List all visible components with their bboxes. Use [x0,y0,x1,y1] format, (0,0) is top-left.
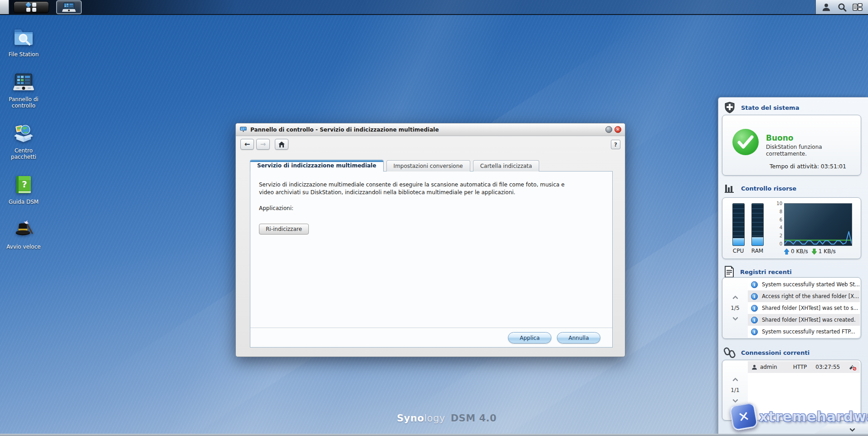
brand-version: DSM 4.0 [451,413,497,424]
home-icon [278,142,285,147]
network-chart-svg [785,204,852,245]
pager-down-button[interactable] [732,315,738,321]
desktop-icon-file-station[interactable]: File Station [5,26,43,58]
network-chart-y-ticks: 108 64 20 [771,201,782,246]
window-control-panel-icon [239,126,247,133]
window-title: Pannello di controllo - Servizio di indi… [250,127,439,133]
desktop-icon-label: Guida DSM [5,199,43,205]
section-title: Connessioni correnti [741,349,809,356]
upload-arrow-icon [784,249,789,255]
cancel-button[interactable]: Annulla [557,332,600,343]
pager-down-button[interactable] [732,397,738,403]
main-menu-icon [26,2,37,12]
log-row[interactable]: iSystem successfully restarted FTP... [748,326,860,338]
connection-user: admin [760,364,777,370]
cpu-gauge-fill [733,238,744,245]
service-description: Servizio di indicizzazione multimediale … [259,181,579,196]
desktop-icon-label: Centro pacchetti [5,147,43,160]
recent-logs-header: Registri recenti [724,265,792,278]
log-text: System successfully restarted FTP... [762,328,855,335]
recent-logs-panel: 1/5 iSystem successfully started Web St.… [722,277,861,339]
connections-pager: 1/1 [722,360,748,420]
disconnect-icon[interactable] [848,364,856,371]
chevron-down-icon [849,426,855,432]
document-icon [724,266,735,278]
info-icon: i [751,281,758,288]
cpu-label: CPU [731,248,745,254]
tab-conversion-settings[interactable]: Impostazioni conversione [386,160,470,171]
log-text: Shared folder [XHTest] was created. [762,317,856,323]
tab-content-panel: Servizio di indicizzazione multimediale … [250,171,613,348]
connections-list: admin HTTP 03:27:55 [748,361,860,419]
user-icon [751,364,757,370]
pager-up-button[interactable] [732,377,738,383]
connection-time: 03:27:55 [815,364,848,370]
search-icon [838,3,847,12]
desktop-icon-column: File Station Pannello di controllo [5,26,43,264]
connection-row[interactable]: admin HTTP 03:27:55 [748,361,860,373]
brand-text-light: logy [424,413,445,424]
close-button[interactable]: ✕ [614,126,621,133]
pager-count: 1/1 [731,387,739,393]
reindex-button[interactable]: Ri-indicizzare [259,224,309,235]
ram-gauge [751,203,764,246]
pager-up-button[interactable] [732,295,738,301]
tab-strip: Servizio di indicizzazione multimediale … [250,160,539,171]
window-titlebar[interactable]: Pannello di controllo - Servizio di indi… [236,123,625,136]
network-rate-labels: 0 KB/s 1 KB/s [784,248,836,255]
cpu-gauge [732,203,745,246]
desktop-icon-dsm-help[interactable]: ? Guida DSM [5,174,43,205]
tab-indexed-folder[interactable]: Cartella indicizzata [473,160,539,171]
control-panel-icon [62,2,76,13]
status-description: DiskStation funziona correttamente. [766,144,855,157]
log-row[interactable]: iShared folder [XHTest] was set to s... [748,302,860,314]
desktop-icon-control-panel[interactable]: Pannello di controllo [5,71,43,109]
bar-chart-icon [724,182,736,194]
apply-button[interactable]: Applica [508,332,551,343]
desktop-icon-label: Pannello di controllo [5,96,43,109]
tab-media-indexing-service[interactable]: Servizio di indicizzazione multimediale [250,160,384,171]
package-center-icon [13,122,34,144]
desktop-icon-quick-start[interactable]: Avvio veloce [5,219,43,250]
bottom-edge [0,434,868,436]
log-row[interactable]: iAccess right of the shared folder [X... [748,290,860,302]
help-button[interactable]: ? [611,140,620,149]
brand-text-bold: Syno [397,413,424,424]
log-row[interactable]: iShared folder [XHTest] was created. [748,314,860,326]
chain-link-icon [724,347,736,358]
desktop-icon-label: Avvio veloce [5,244,43,250]
search-button[interactable] [837,2,848,13]
section-title: Stato del sistema [741,104,799,111]
info-icon: i [751,305,758,312]
log-row[interactable]: iSystem successfully started Web St... [748,279,860,290]
minimize-button[interactable] [605,126,612,133]
system-status-header: Stato del sistema [724,101,799,114]
home-button[interactable] [275,139,288,150]
system-status-panel: Buono DiskStation funziona correttamente… [722,115,861,176]
main-menu-button[interactable] [14,1,49,13]
info-icon: i [751,328,758,335]
download-rate: 1 KB/s [819,248,836,255]
control-panel-icon [13,71,34,93]
pilot-view-button[interactable] [852,2,863,13]
file-station-icon [13,26,34,48]
taskbar [0,0,868,15]
log-text: Shared folder [XHTest] was set to s... [762,305,858,311]
applications-label: Applicazioni: [259,205,293,211]
svg-text:?: ? [22,179,27,190]
shield-icon [724,102,736,113]
status-ok-icon [731,128,760,156]
ram-gauge-fill [752,237,763,245]
forward-button[interactable]: → [256,139,270,150]
back-button[interactable]: ← [240,139,254,150]
resource-monitor-panel: CPU RAM 108 64 20 0 KB/s 1 KB/s [722,197,861,259]
show-desktop-button[interactable] [0,0,9,14]
taskbar-right-tray [815,0,868,14]
taskbar-control-panel-button[interactable] [56,0,82,14]
control-panel-window: Pannello di controllo - Servizio di indi… [235,123,625,357]
download-arrow-icon [812,249,817,255]
user-menu-button[interactable] [821,2,832,13]
network-chart [784,203,852,246]
log-text: Access right of the shared folder [X... [762,293,859,299]
desktop-icon-package-center[interactable]: Centro pacchetti [5,122,43,160]
